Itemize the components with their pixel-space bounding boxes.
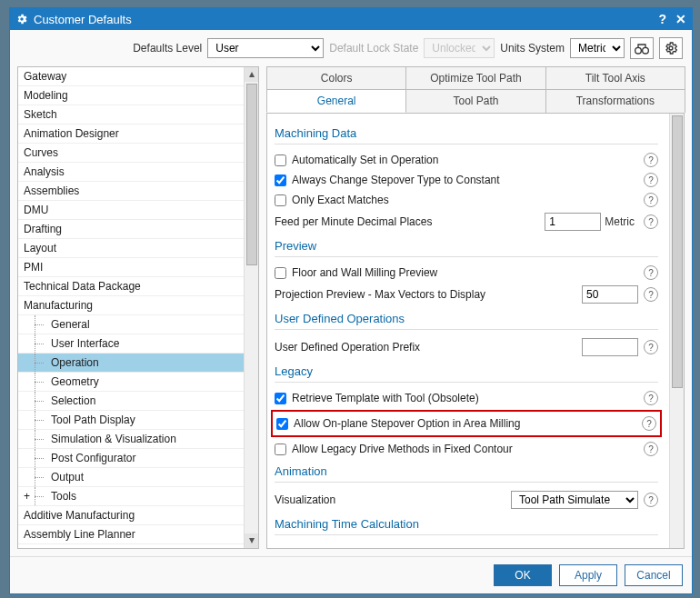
exact-matches-checkbox[interactable] xyxy=(275,194,286,206)
settings-button[interactable] xyxy=(659,37,683,59)
tab-colors[interactable]: Colors xyxy=(266,66,406,89)
help-icon[interactable]: ? xyxy=(644,153,658,167)
help-icon[interactable]: ? xyxy=(644,265,658,280)
auto-set-checkbox[interactable] xyxy=(275,154,286,166)
defaults-level-label: Defaults Level xyxy=(133,42,202,55)
tree-item[interactable]: Drafting xyxy=(18,220,244,239)
tab-transformations[interactable]: Transformations xyxy=(545,89,685,113)
tree-item-manufacturing[interactable]: Manufacturing xyxy=(18,296,244,315)
defaults-level-select[interactable]: User xyxy=(207,38,324,58)
tree-item[interactable]: PMI xyxy=(18,258,244,277)
units-system-select[interactable]: Metric xyxy=(570,38,625,58)
visualization-label: Visualization xyxy=(275,493,511,506)
visualization-select[interactable]: Tool Path Simulate xyxy=(511,491,638,509)
projection-input[interactable] xyxy=(582,285,638,304)
find-button[interactable] xyxy=(630,37,654,59)
tree-item[interactable]: Assemblies xyxy=(18,182,244,201)
section-legacy: Legacy xyxy=(275,359,658,383)
svg-point-1 xyxy=(643,47,649,54)
gear-icon xyxy=(15,13,28,25)
tree-item[interactable]: Animation Designer xyxy=(18,125,244,144)
customer-defaults-dialog: Customer Defaults ? ✕ Defaults Level Use… xyxy=(9,7,693,594)
udo-prefix-input[interactable] xyxy=(582,338,638,356)
feed-input[interactable] xyxy=(545,213,601,231)
tree-child[interactable]: Output xyxy=(18,468,244,487)
always-change-checkbox[interactable] xyxy=(275,174,286,186)
tree-item[interactable]: Gateway xyxy=(18,67,244,86)
tab-optimize[interactable]: Optimize Tool Path xyxy=(405,66,545,89)
cancel-button[interactable]: Cancel xyxy=(625,564,683,586)
allow-onplane-checkbox[interactable] xyxy=(276,418,288,430)
help-icon[interactable]: ? xyxy=(644,442,658,456)
apply-button[interactable]: Apply xyxy=(559,564,617,586)
tree-child[interactable]: Tool Path Display xyxy=(18,411,244,430)
tree-item[interactable]: DMU xyxy=(18,201,244,220)
tree-item[interactable]: Analysis xyxy=(18,163,244,182)
toolbar: Defaults Level User Default Lock State U… xyxy=(10,30,692,66)
section-preview: Preview xyxy=(275,234,658,257)
help-icon[interactable]: ? xyxy=(644,340,658,354)
floor-wall-checkbox[interactable] xyxy=(275,267,286,279)
ok-button[interactable]: OK xyxy=(494,564,552,586)
floor-wall-label: Floor and Wall Milling Preview xyxy=(292,266,638,279)
gear-icon xyxy=(664,41,678,55)
help-icon[interactable]: ? xyxy=(644,214,658,229)
tab-row-2: General Tool Path Transformations xyxy=(266,89,685,114)
feed-unit: Metric xyxy=(605,215,635,228)
tree-item[interactable]: Modeling xyxy=(18,86,244,105)
tree-item[interactable]: Assembly Line Planner xyxy=(18,525,244,544)
scroll-thumb[interactable] xyxy=(672,115,683,388)
section-mtc: Machining Time Calculation xyxy=(275,512,658,535)
navigation-tree: Gateway Modeling Sketch Animation Design… xyxy=(17,66,259,549)
help-button[interactable]: ? xyxy=(658,12,666,26)
tab-tilt[interactable]: Tilt Tool Axis xyxy=(545,66,685,89)
dialog-footer: OK Apply Cancel xyxy=(10,556,692,593)
help-icon[interactable]: ? xyxy=(644,193,658,207)
tree-item[interactable]: Sketch xyxy=(18,105,244,125)
allow-drive-label: Allow Legacy Drive Methods in Fixed Cont… xyxy=(292,443,638,455)
tree-child[interactable]: User Interface xyxy=(18,334,244,354)
retrieve-template-label: Retrieve Template with Tool (Obsolete) xyxy=(292,392,638,404)
tree-child-tools[interactable]: +Tools xyxy=(18,487,244,506)
tree-child-operation[interactable]: Operation xyxy=(18,354,244,373)
allow-drive-checkbox[interactable] xyxy=(275,444,286,455)
retrieve-template-checkbox[interactable] xyxy=(275,393,286,404)
tree-child[interactable]: Simulation & Visualization xyxy=(18,430,244,449)
section-machining-data: Machining Data xyxy=(275,121,658,145)
section-animation: Animation xyxy=(275,459,658,483)
help-icon[interactable]: ? xyxy=(644,287,658,302)
tree-scrollbar[interactable]: ▴ ▾ xyxy=(244,67,258,548)
tree-child[interactable]: General xyxy=(18,315,244,334)
help-icon[interactable]: ? xyxy=(644,173,658,187)
highlighted-row: Allow On-plane Stepover Option in Area M… xyxy=(271,410,662,437)
always-change-label: Always Change Stepover Type to Constant xyxy=(292,174,638,186)
tab-row-1: Colors Optimize Tool Path Tilt Tool Axis xyxy=(266,66,685,90)
help-icon[interactable]: ? xyxy=(642,416,656,431)
window-title: Customer Defaults xyxy=(34,13,649,26)
tree-item[interactable]: Additive Manufacturing xyxy=(18,506,244,525)
binoculars-icon xyxy=(635,42,649,55)
udo-prefix-label: User Defined Operation Prefix xyxy=(275,341,582,354)
close-button[interactable]: ✕ xyxy=(675,12,686,26)
scroll-down-icon[interactable]: ▾ xyxy=(245,533,258,548)
help-icon[interactable]: ? xyxy=(644,493,658,507)
tree-item[interactable]: Technical Data Package xyxy=(18,277,244,296)
scroll-thumb[interactable] xyxy=(246,84,257,265)
tree-item[interactable]: Layout xyxy=(18,239,244,258)
feed-label: Feed per Minute Decimal Places xyxy=(275,215,545,228)
tab-general[interactable]: General xyxy=(266,89,406,113)
tree-child[interactable]: Selection xyxy=(18,392,244,411)
section-udo: User Defined Operations xyxy=(275,306,658,330)
tree-item[interactable]: Line Designer xyxy=(18,544,244,548)
help-icon[interactable]: ? xyxy=(644,391,658,405)
titlebar: Customer Defaults ? ✕ xyxy=(10,8,692,30)
tab-tool-path[interactable]: Tool Path xyxy=(405,89,545,113)
scroll-up-icon[interactable]: ▴ xyxy=(245,67,258,82)
tree-child[interactable]: Post Configurator xyxy=(18,449,244,468)
tree-item[interactable]: Curves xyxy=(18,144,244,163)
lock-state-label: Default Lock State xyxy=(329,42,418,55)
projection-label: Projection Preview - Max Vectors to Disp… xyxy=(275,288,582,301)
content-scrollbar[interactable] xyxy=(669,114,684,548)
tree-child[interactable]: Geometry xyxy=(18,373,244,392)
svg-point-2 xyxy=(669,46,673,50)
